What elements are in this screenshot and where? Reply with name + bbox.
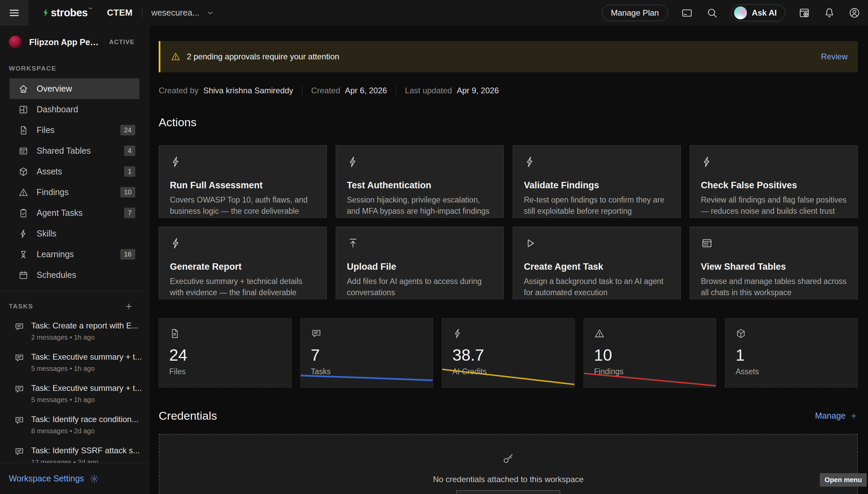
sidebar-item-skills[interactable]: Skills — [9, 223, 139, 244]
table-icon — [18, 146, 28, 156]
meta-divider — [302, 86, 302, 95]
created-by-label: Created by — [159, 86, 198, 95]
task-item[interactable]: Task: Identify race condition...8 messag… — [9, 409, 139, 440]
workspace-settings-label: Workspace Settings — [9, 474, 84, 483]
logo-bolt-icon — [41, 7, 51, 18]
action-card-title: Upload File — [347, 262, 493, 272]
lightning-icon — [524, 156, 536, 168]
sidebar-item-label: Assets — [37, 167, 62, 176]
review-link[interactable]: Review — [821, 52, 848, 61]
dashboard-icon — [18, 104, 28, 115]
logo-text: strobes — [51, 7, 87, 19]
manage-credentials-label: Manage — [815, 411, 846, 421]
learnings-icon — [18, 249, 28, 260]
ask-ai-label: Ask AI — [752, 8, 777, 18]
task-title: Task: Identify race condition... — [31, 415, 138, 424]
action-card-validate-findings[interactable]: Validate FindingsRe-test open findings t… — [513, 145, 681, 218]
sparkline-flat — [725, 319, 857, 387]
sidebar-item-label: Schedules — [37, 270, 76, 280]
workspace-switcher-label: wesecurea... — [151, 8, 199, 18]
ask-ai-button[interactable]: Ask AI — [731, 4, 785, 21]
add-credentials-button[interactable]: Add Credentials — [456, 490, 560, 494]
stat-card-assets: 1Assets — [725, 318, 858, 387]
warning-icon — [18, 187, 28, 197]
action-card-description: Covers OWASP Top 10, auth flaws, and bus… — [170, 194, 316, 216]
meta-divider — [396, 86, 396, 95]
count-badge: 24 — [120, 125, 135, 135]
action-card-generate-report[interactable]: Generate ReportExecutive summary + techn… — [159, 227, 327, 299]
clipboard-icon — [18, 208, 28, 218]
stat-card-ai-credits: 38.7AI Credits — [442, 318, 575, 387]
task-title: Task: Create a report with E... — [31, 321, 138, 330]
topbar-divider — [142, 7, 142, 18]
created-label: Created — [311, 86, 340, 95]
action-card-test-authentication[interactable]: Test AuthenticationSession hijacking, pr… — [336, 145, 504, 218]
banner-message: 2 pending approvals require your attenti… — [187, 52, 339, 61]
workspace-avatar — [9, 36, 22, 49]
sidebar-item-shared-tables[interactable]: Shared Tables4 — [9, 140, 139, 161]
agent-console-icon[interactable] — [798, 7, 810, 19]
action-card-check-false-positives[interactable]: Check False PositivesReview all findings… — [690, 145, 858, 218]
workspace-status-badge: ACTIVE — [109, 39, 135, 46]
sparkline — [584, 319, 716, 387]
cube-icon — [18, 167, 28, 177]
action-card-title: Validate Findings — [524, 180, 670, 191]
file-icon — [18, 125, 28, 135]
stat-card-findings: 10Findings — [584, 318, 716, 387]
sidebar-item-files[interactable]: Files24 — [9, 120, 139, 140]
workspace-settings-link[interactable]: Workspace Settings — [0, 463, 149, 494]
play-icon — [524, 237, 536, 249]
pending-approvals-banner: 2 pending approvals require your attenti… — [159, 41, 858, 72]
count-badge: 10 — [120, 187, 135, 197]
hamburger-menu-button[interactable] — [0, 0, 28, 25]
count-badge: 1 — [124, 166, 135, 177]
main-content: 2 pending approvals require your attenti… — [149, 25, 868, 494]
sidebar-item-label: Files — [37, 125, 55, 135]
sidebar-item-findings[interactable]: Findings10 — [9, 182, 139, 203]
task-item[interactable]: Task: Executive summary + t...5 messages… — [9, 347, 139, 378]
manage-plan-button[interactable]: Manage Plan — [602, 5, 668, 21]
action-card-upload-file[interactable]: Upload FileAdd files for AI agents to ac… — [336, 227, 504, 299]
task-meta: 5 messages • 1h ago — [31, 365, 139, 373]
sidebar-item-overview[interactable]: Overview — [9, 78, 139, 99]
action-card-run-full-assessment[interactable]: Run Full AssessmentCovers OWASP Top 10, … — [159, 145, 327, 218]
lightning-icon — [170, 237, 182, 249]
upload-icon — [347, 237, 359, 249]
sparkline — [301, 319, 433, 387]
action-card-title: View Shared Tables — [701, 262, 847, 272]
task-item[interactable]: Task: Create a report with E...2 message… — [9, 316, 139, 347]
logo-trademark: ™ — [88, 7, 92, 11]
search-icon[interactable] — [706, 7, 718, 19]
credentials-empty-text: No credentials attached to this workspac… — [433, 475, 584, 484]
notifications-icon[interactable] — [823, 7, 835, 19]
chat-icon — [14, 322, 24, 332]
action-card-view-shared-tables[interactable]: View Shared TablesBrowse and manage tabl… — [690, 227, 858, 299]
count-badge: 16 — [120, 249, 135, 260]
topbar-actions: Manage Plan Ask AI — [602, 4, 868, 21]
action-card-create-agent-task[interactable]: Create Agent TaskAssign a background tas… — [513, 227, 681, 299]
sidebar: Flipzon App Pen... ACTIVE WORKSPACE Over… — [0, 25, 149, 494]
chat-icon — [14, 446, 24, 457]
task-item[interactable]: Task: Executive summary + t...5 messages… — [9, 378, 139, 409]
ai-orb-icon — [734, 6, 747, 19]
action-card-title: Create Agent Task — [524, 262, 670, 272]
task-meta: 8 messages • 2d ago — [31, 427, 138, 435]
sidebar-item-learnings[interactable]: Learnings16 — [9, 244, 139, 265]
workspace-card[interactable]: Flipzon App Pen... ACTIVE — [0, 25, 149, 49]
task-meta: 2 messages • 1h ago — [31, 334, 138, 341]
sidebar-item-agent-tasks[interactable]: Agent Tasks7 — [9, 203, 139, 223]
workspace-switcher[interactable]: wesecurea... — [151, 8, 214, 18]
task-title: Task: Executive summary + t... — [31, 383, 142, 393]
sidebar-item-assets[interactable]: Assets1 — [9, 161, 139, 182]
strobes-logo[interactable]: strobes ™ — [41, 7, 92, 19]
manage-credentials-link[interactable]: Manage — [815, 411, 858, 421]
sparkline — [442, 319, 574, 387]
add-task-icon[interactable] — [124, 302, 133, 311]
sidebar-item-schedules[interactable]: Schedules — [9, 265, 139, 285]
billing-icon[interactable] — [681, 7, 693, 19]
gear-icon — [90, 474, 99, 483]
account-icon[interactable] — [848, 7, 861, 19]
key-icon — [501, 452, 515, 465]
sidebar-item-dashboard[interactable]: Dashboard — [9, 99, 139, 120]
hamburger-icon — [8, 7, 20, 19]
